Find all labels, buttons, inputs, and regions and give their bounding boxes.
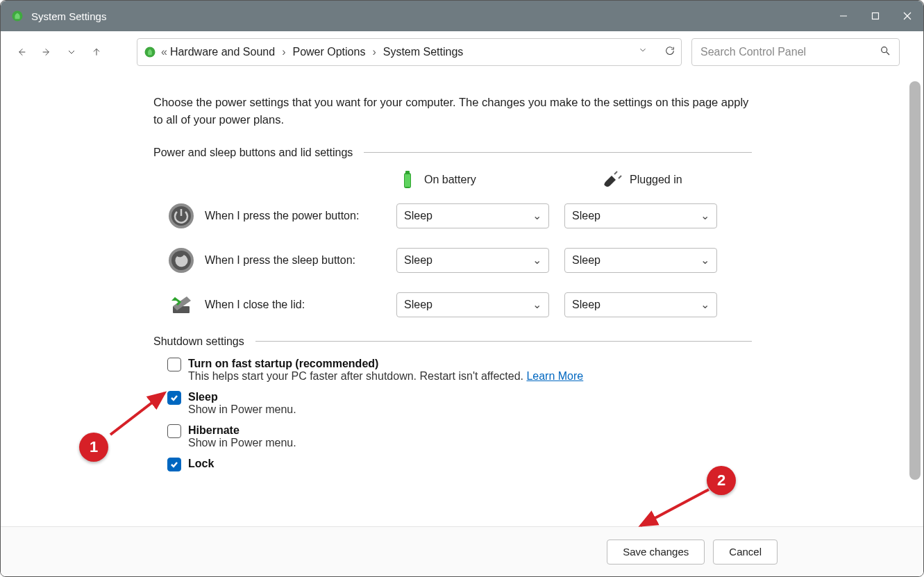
select-power-plugged[interactable]: Sleep⌄ [564, 203, 717, 228]
chk-title: Hibernate [188, 424, 240, 436]
row-label: When I close the lid: [205, 299, 396, 311]
row-power-button: When I press the power button: Sleep⌄ Sl… [167, 202, 752, 230]
search-placeholder: Search Control Panel [700, 46, 806, 58]
breadcrumb[interactable]: « Hardware and Sound › Power Options › S… [137, 38, 682, 66]
select-sleep-plugged[interactable]: Sleep⌄ [564, 248, 717, 273]
chk-title: Turn on fast startup (recommended) [188, 358, 378, 369]
select-power-battery[interactable]: Sleep⌄ [396, 203, 549, 228]
chk-sleep: Sleep Show in Power menu. [167, 391, 752, 416]
chk-fast-startup: Turn on fast startup (recommended) This … [167, 358, 752, 383]
laptop-lid-icon [167, 291, 195, 319]
annotation-marker-2: 2 [707, 466, 736, 495]
chk-title: Lock [188, 458, 214, 469]
sleep-button-icon [167, 246, 195, 274]
row-close-lid: When I close the lid: Sleep⌄ Sleep⌄ [167, 291, 752, 319]
checkbox-lock[interactable] [167, 458, 181, 471]
recent-button[interactable] [59, 40, 84, 65]
row-sleep-button: When I press the sleep button: Sleep⌄ Sl… [167, 246, 752, 274]
search-input[interactable]: Search Control Panel [691, 38, 900, 66]
titlebar: System Settings [1, 1, 923, 31]
chk-desc: Show in Power menu. [188, 437, 296, 449]
window-title: System Settings [31, 10, 106, 22]
checkbox-fast-startup[interactable] [167, 358, 181, 371]
section-header-shutdown: Shutdown settings [153, 335, 752, 348]
checkbox-sleep[interactable] [167, 391, 181, 405]
svg-line-7 [887, 52, 889, 55]
chk-desc: This helps start your PC faster after sh… [188, 370, 526, 382]
maximize-button[interactable] [859, 1, 891, 31]
scrollbar[interactable] [909, 81, 921, 480]
back-button[interactable] [9, 40, 34, 65]
history-dropdown[interactable] [638, 45, 648, 59]
row-label: When I press the power button: [205, 210, 396, 222]
column-headers: On battery Plugged in [396, 169, 752, 191]
svg-line-11 [614, 172, 617, 174]
refresh-button[interactable] [664, 45, 675, 59]
forward-button[interactable] [34, 40, 59, 65]
plug-icon [602, 169, 624, 191]
chk-title: Sleep [188, 391, 218, 403]
save-button[interactable]: Save changes [607, 540, 705, 565]
breadcrumb-item[interactable]: Hardware and Sound [170, 46, 275, 58]
chk-lock: Lock [167, 458, 752, 471]
toolbar: « Hardware and Sound › Power Options › S… [1, 31, 923, 73]
chk-hibernate: Hibernate Show in Power menu. [167, 424, 752, 449]
power-button-icon [167, 202, 195, 230]
svg-rect-9 [405, 171, 410, 174]
content-area: Choose the power settings that you want … [1, 73, 923, 526]
svg-rect-10 [405, 174, 410, 187]
svg-rect-2 [873, 13, 879, 19]
chk-desc: Show in Power menu. [188, 403, 296, 415]
annotation-marker-1: 1 [79, 433, 108, 462]
breadcrumb-item[interactable]: System Settings [383, 46, 464, 58]
cancel-button[interactable]: Cancel [713, 540, 778, 565]
control-panel-icon [143, 45, 157, 59]
row-label: When I press the sleep button: [205, 254, 396, 267]
up-button[interactable] [84, 40, 109, 65]
battery-icon [396, 169, 419, 191]
select-lid-battery[interactable]: Sleep⌄ [396, 292, 549, 317]
search-icon [880, 45, 891, 59]
svg-line-12 [619, 176, 621, 178]
breadcrumb-item[interactable]: Power Options [292, 46, 365, 58]
chevron-right-icon: › [282, 46, 285, 58]
learn-more-link[interactable]: Learn More [526, 370, 583, 382]
intro-text: Choose the power settings that you want … [153, 94, 752, 128]
chevron-right-icon: › [372, 46, 376, 58]
app-icon [10, 9, 24, 23]
svg-point-6 [882, 47, 887, 53]
close-button[interactable] [891, 1, 923, 31]
breadcrumb-overflow[interactable]: « [161, 46, 167, 58]
select-sleep-battery[interactable]: Sleep⌄ [396, 248, 549, 273]
checkbox-hibernate[interactable] [167, 424, 181, 438]
select-lid-plugged[interactable]: Sleep⌄ [564, 292, 717, 317]
col-battery-label: On battery [424, 174, 476, 186]
minimize-button[interactable] [828, 1, 859, 31]
footer: Save changes Cancel [1, 526, 923, 576]
section-header-buttons: Power and sleep buttons and lid settings [153, 147, 752, 159]
col-plugged-label: Plugged in [630, 174, 682, 186]
